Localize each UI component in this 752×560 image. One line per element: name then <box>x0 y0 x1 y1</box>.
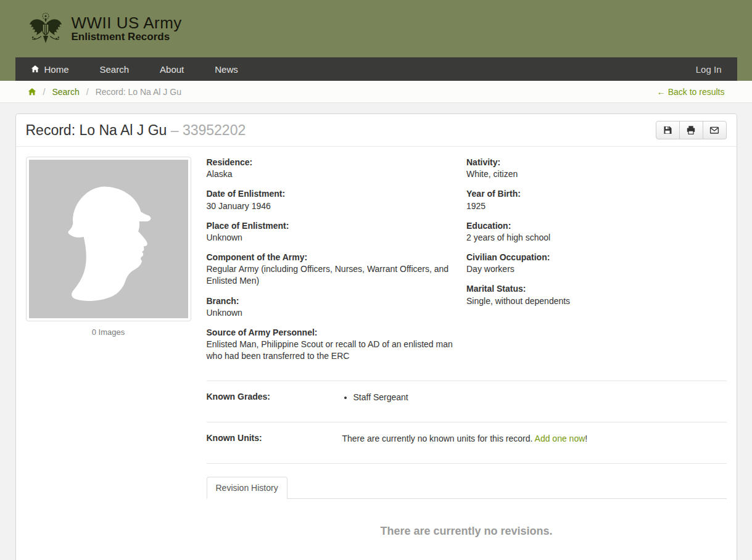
divider <box>207 422 727 422</box>
envelope-icon <box>709 125 719 135</box>
field-label: Date of Enlistment: <box>207 188 453 200</box>
tab-revision-history[interactable]: Revision History <box>207 477 287 499</box>
home-icon <box>28 88 36 96</box>
breadcrumb: / Search / Record: Lo Na Al J Gu ← Back … <box>15 81 737 103</box>
divider <box>207 463 727 464</box>
known-units-row: Known Units: There are currently no know… <box>207 433 727 445</box>
record-image-thumbnail <box>26 157 191 321</box>
home-icon <box>31 65 39 73</box>
record-panel: Record: Lo Na Al J Gu – 33952202 <box>15 113 737 560</box>
field-label: Place of Enlistment: <box>207 220 453 232</box>
field-value: Regular Army (including Officers, Nurses… <box>207 263 453 287</box>
nav-item-search[interactable]: Search <box>85 57 145 81</box>
divider <box>207 381 727 381</box>
field-civilian-occupation: Civilian Occupation: Day workers <box>466 252 713 275</box>
record-tabs: Revision History <box>207 477 727 499</box>
known-grades-row: Known Grades: Staff Sergeant <box>207 392 727 404</box>
field-value: 2 years of high school <box>466 232 713 244</box>
soldier-silhouette-icon <box>39 167 178 318</box>
add-unit-link[interactable]: Add one now <box>535 434 585 443</box>
record-fields: Residence: Alaska Date of Enlistment: 30… <box>207 157 727 560</box>
print-icon <box>686 125 696 135</box>
login-label: Log In <box>696 64 722 75</box>
field-source-of-army-personnel: Source of Army Personnel: Enlisted Man, … <box>207 327 453 363</box>
brand: WWII US Army Enlistment Records <box>15 0 737 57</box>
field-value: Alaska <box>207 168 453 180</box>
field-label: Nativity: <box>466 157 713 168</box>
known-units-content: There are currently no known units for t… <box>342 433 727 445</box>
record-image-column: 0 Images <box>26 157 191 560</box>
known-units-empty-text: There are currently no known units for t… <box>342 434 535 443</box>
army-eagle-seal-logo <box>28 10 64 47</box>
field-year-of-birth: Year of Birth: 1925 <box>466 188 713 212</box>
soldier-silhouette-placeholder-image <box>29 160 188 318</box>
field-value: 1925 <box>466 200 713 212</box>
field-label: Year of Birth: <box>466 188 713 200</box>
revisions-empty-message: There are currently no revisions. <box>207 525 727 538</box>
record-panel-body: 0 Images Residence: Alaska Date of Enlis… <box>16 147 737 560</box>
field-branch: Branch: Unknown <box>207 295 453 319</box>
field-label: Residence: <box>207 157 453 168</box>
breadcrumb-bar: / Search / Record: Lo Na Al J Gu ← Back … <box>0 81 752 103</box>
known-grades-content: Staff Sergeant <box>342 392 727 404</box>
field-label: Marital Status: <box>466 283 713 295</box>
nav-item-label: News <box>215 64 238 75</box>
field-label: Civilian Occupation: <box>466 252 713 263</box>
record-panel-heading: Record: Lo Na Al J Gu – 33952202 <box>16 114 737 147</box>
fields-column-right: Nativity: White, citizen Year of Birth: … <box>466 157 727 370</box>
field-value: White, citizen <box>466 168 713 180</box>
brand-subtitle: Enlistment Records <box>72 31 182 43</box>
field-value: Single, without dependents <box>466 295 713 307</box>
known-grades-label: Known Grades: <box>207 392 342 404</box>
known-units-empty-suffix: ! <box>585 434 587 443</box>
field-label: Component of the Army: <box>207 252 453 263</box>
nav-item-label: About <box>160 64 184 75</box>
print-button[interactable] <box>679 121 703 139</box>
save-icon <box>663 125 672 135</box>
record-id: – 33952202 <box>171 122 246 138</box>
breadcrumb-current: Record: Lo Na Al J Gu <box>96 87 181 97</box>
field-value: Unknown <box>207 232 453 244</box>
nav-spacer <box>254 57 680 81</box>
record-action-buttons <box>656 121 727 139</box>
field-label: Education: <box>466 220 713 232</box>
save-button[interactable] <box>656 121 680 139</box>
image-count-caption: 0 Images <box>26 321 191 338</box>
fields-column-left: Residence: Alaska Date of Enlistment: 30… <box>207 157 467 370</box>
breadcrumb-separator: / <box>43 87 46 97</box>
breadcrumb-search-link[interactable]: Search <box>52 87 79 97</box>
brand-title: WWII US Army <box>72 14 182 32</box>
nav-item-home[interactable]: Home <box>15 57 85 81</box>
field-nativity: Nativity: White, citizen <box>466 157 713 180</box>
back-to-results-link[interactable]: ← Back to results <box>657 87 737 97</box>
nav-item-label: Home <box>44 64 69 75</box>
site-header: WWII US Army Enlistment Records Home Sea… <box>0 0 752 81</box>
field-value: Enlisted Man, Philippine Scout or recall… <box>207 339 453 362</box>
nav-item-label: Search <box>100 64 130 75</box>
breadcrumb-separator: / <box>86 87 89 97</box>
field-value: Day workers <box>466 263 713 275</box>
field-value: 30 January 1946 <box>207 200 453 212</box>
page-title: Record: Lo Na Al J Gu – 33952202 <box>26 122 246 139</box>
login-link[interactable]: Log In <box>680 57 737 81</box>
field-education: Education: 2 years of high school <box>466 220 713 244</box>
email-button[interactable] <box>703 121 727 139</box>
field-marital-status: Marital Status: Single, without dependen… <box>466 283 713 307</box>
known-grade-item: Staff Sergeant <box>353 392 727 404</box>
field-component-of-army: Component of the Army: Regular Army (inc… <box>207 252 453 287</box>
field-label: Source of Army Personnel: <box>207 327 453 339</box>
nav-item-about[interactable]: About <box>144 57 199 81</box>
field-place-of-enlistment: Place of Enlistment: Unknown <box>207 220 453 244</box>
field-residence: Residence: Alaska <box>207 157 453 180</box>
known-units-label: Known Units: <box>207 433 342 445</box>
breadcrumb-home-link[interactable] <box>28 88 36 96</box>
field-value: Unknown <box>207 307 453 319</box>
field-date-of-enlistment: Date of Enlistment: 30 January 1946 <box>207 188 453 212</box>
nav-item-news[interactable]: News <box>199 57 254 81</box>
main-nav: Home Search About News Log In <box>15 57 737 81</box>
field-label: Branch: <box>207 295 453 307</box>
record-title: Record: Lo Na Al J Gu <box>26 122 167 138</box>
